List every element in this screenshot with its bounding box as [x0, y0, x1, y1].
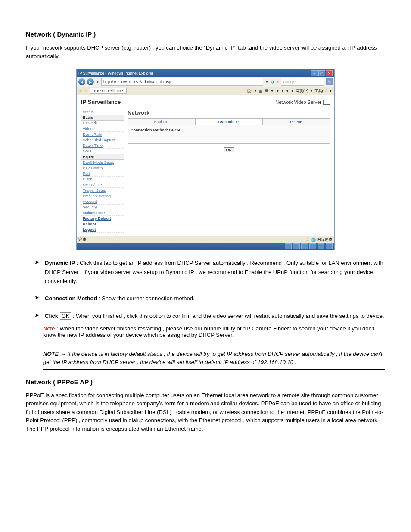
- search-input[interactable]: Google: [281, 78, 324, 86]
- favorites-star-icon[interactable]: ★: [78, 89, 82, 93]
- minimize-icon[interactable]: −: [311, 70, 318, 76]
- browser-titlebar: IP Surveillance - Windows Internet Explo…: [77, 69, 334, 77]
- sidebar-item-network[interactable]: Network: [81, 121, 124, 126]
- sidebar-item-ptz-control[interactable]: PTZ Control: [81, 165, 124, 171]
- note-prefix: Note: [43, 325, 55, 332]
- bullet-text: Show the current connection method.: [102, 295, 194, 302]
- section-header-pppoe: Network ( PPPoE AP ): [26, 378, 385, 386]
- bullet-text: Click this tab to get an IP address from…: [45, 260, 383, 284]
- triangle-bullet-icon: ➤: [34, 312, 40, 321]
- home-icon[interactable]: 🏠: [247, 89, 252, 93]
- shield-icon: 🛡: [306, 238, 310, 242]
- sidebar-group-basic: Basic: [81, 115, 124, 121]
- feed-icon[interactable]: ▦: [259, 89, 263, 93]
- page-subtitle: Network Video Server: [275, 100, 330, 105]
- forward-icon[interactable]: ►: [87, 78, 94, 85]
- triangle-bullet-icon: ➤: [34, 294, 40, 303]
- tab-pppoe[interactable]: PPPoE: [262, 118, 330, 125]
- bullet-connection-method: ➤ Connection Method : Show the current c…: [34, 294, 385, 303]
- triangle-bullet-icon: ➤: [34, 259, 40, 286]
- sidebar-item-video[interactable]: Video: [81, 126, 124, 132]
- sidebar-item-port[interactable]: Port: [81, 171, 124, 177]
- sidebar-item-factory-default[interactable]: Factory Default: [81, 216, 124, 221]
- bullet-text: When you finished , click this option to…: [76, 313, 384, 319]
- tray-icon[interactable]: [326, 243, 333, 249]
- add-favorites-icon[interactable]: ☆: [84, 89, 88, 93]
- main-title: Network: [128, 109, 330, 116]
- boxed-note-text: → If the device is in factory default st…: [43, 351, 383, 366]
- tray-icon[interactable]: [285, 243, 292, 249]
- sidebar: Status Basic Network Video Event Rule Sc…: [81, 109, 124, 233]
- bullet-label: Dynamic IP: [45, 260, 75, 266]
- back-icon[interactable]: ◄: [78, 78, 85, 85]
- tab-label: IP Surveillance: [97, 89, 123, 93]
- refresh-icon[interactable]: ↻: [271, 80, 274, 84]
- sidebar-item-security[interactable]: Security: [81, 205, 124, 210]
- section-header-dynamic-ip: Network ( Dynamic IP ): [26, 31, 385, 38]
- sidebar-item-pre-post[interactable]: Pre/Post Setting: [81, 193, 124, 199]
- sidebar-item-date-time[interactable]: Date / Time: [81, 143, 124, 149]
- sidebar-item-maintenance[interactable]: Maintenance: [81, 210, 124, 216]
- sidebar-group-expert: Expert: [81, 154, 124, 160]
- maximize-icon[interactable]: ▢: [318, 70, 325, 76]
- sidebar-item-status[interactable]: Status: [81, 109, 124, 115]
- camera-icon: [323, 100, 330, 105]
- tray-icon[interactable]: [301, 243, 308, 249]
- url-input[interactable]: http://192.168.10.151/Admin/admin.asp: [101, 78, 263, 86]
- pppoe-intro-text: PPPoE is a specification for connecting …: [26, 391, 385, 433]
- status-left: 完成: [78, 237, 86, 243]
- sidebar-item-smtp-ftp[interactable]: SMTP/FTP: [81, 182, 124, 188]
- globe-icon: 🌐: [311, 238, 316, 242]
- tab-dynamic-ip[interactable]: Dynamic IP: [195, 118, 263, 125]
- sidebar-item-trigger-setup[interactable]: Trigger Setup: [81, 188, 124, 193]
- tray-icon[interactable]: [318, 243, 324, 249]
- window-title: IP Surveillance - Windows Internet Explo…: [78, 71, 153, 75]
- close-icon[interactable]: ✕: [326, 70, 333, 76]
- tray-icon[interactable]: [293, 243, 300, 249]
- page-title: IP Surveillance: [81, 99, 121, 105]
- tab-static-ip[interactable]: Static IP: [128, 118, 195, 125]
- print-icon[interactable]: 🖶: [265, 89, 268, 93]
- boxed-note: NOTE → If the device is in factory defau…: [43, 347, 385, 370]
- bullet-label: Connection Method: [45, 295, 97, 302]
- sidebar-item-event-rule[interactable]: Event Rule: [81, 132, 124, 137]
- sidebar-item-dwell-mode[interactable]: Dwell Mode Setup: [81, 160, 124, 165]
- bullet-dynamic-ip: ➤ Dynamic IP : Click this tab to get an …: [34, 259, 385, 286]
- tray-icon[interactable]: [309, 243, 316, 249]
- stop-icon[interactable]: ✕: [276, 80, 279, 84]
- ok-button[interactable]: OK: [224, 147, 234, 152]
- sidebar-item-scheduled-capture[interactable]: Scheduled Capture: [81, 137, 124, 143]
- search-go-icon[interactable]: 🔍︎: [326, 78, 333, 85]
- screenshot: IP Surveillance - Windows Internet Explo…: [76, 69, 335, 250]
- bullet-click-ok: ➤ Click OK : When you finished , click t…: [34, 312, 385, 321]
- zone-label: 网际网络: [317, 237, 333, 243]
- sidebar-item-account[interactable]: Account: [81, 199, 124, 205]
- sidebar-item-ddns[interactable]: DDNS: [81, 177, 124, 182]
- taskbar-tray: [77, 243, 334, 250]
- connection-method-panel: Connection Method: DHCP: [128, 125, 330, 144]
- intro-text: If your network supports DHCP server (e.…: [26, 44, 385, 60]
- sidebar-item-osd[interactable]: OSD: [81, 149, 124, 154]
- browser-tab[interactable]: ● IP Surveillance: [90, 88, 127, 94]
- note-text: : When the video server finishes restart…: [43, 325, 374, 338]
- bullet-label: Click OK: [45, 312, 71, 320]
- sidebar-item-reboot[interactable]: Reboot: [81, 221, 124, 227]
- sidebar-item-logout[interactable]: Logout: [81, 227, 124, 233]
- note-label: NOTE: [43, 351, 59, 357]
- note-block: Note : When the video server finishes re…: [43, 325, 385, 338]
- browser-toolbar[interactable]: 🏠▼ ▦ 🖶▼ ▼ ▼ ▼ ▼ 网页(P) ▼ 工具(O) ▼: [247, 88, 333, 94]
